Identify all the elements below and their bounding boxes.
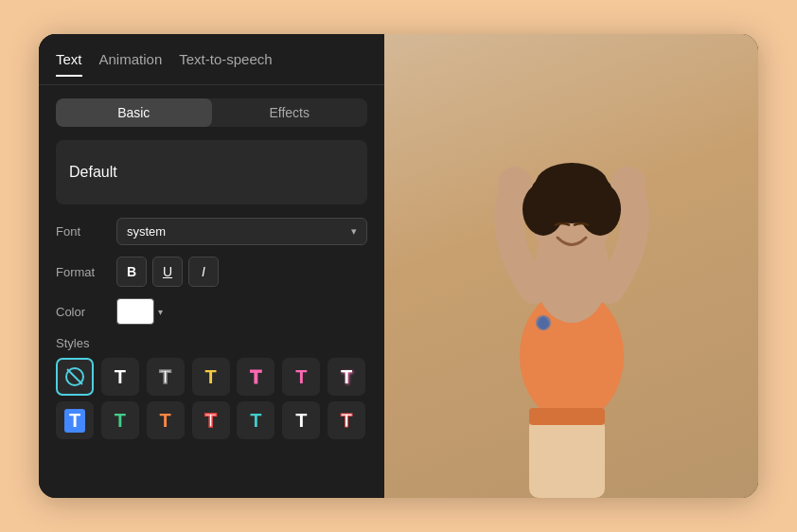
font-label: Font (56, 224, 105, 239)
svg-point-11 (536, 163, 608, 204)
style-default[interactable]: T (101, 358, 139, 396)
format-label: Format (56, 265, 105, 279)
bold-button[interactable]: B (116, 257, 147, 287)
tab-text[interactable]: Text (56, 51, 82, 77)
style-red[interactable]: T (192, 401, 230, 439)
sub-tab-effects[interactable]: Effects (212, 98, 368, 127)
chevron-down-icon: ▾ (351, 225, 357, 238)
font-select[interactable]: system ▾ (116, 218, 367, 245)
color-row: Color ▾ (56, 298, 367, 325)
svg-rect-12 (529, 417, 605, 498)
tabs-divider (39, 84, 384, 85)
style-pink-outline[interactable]: T (237, 358, 275, 396)
style-green[interactable]: T (101, 401, 139, 439)
svg-rect-13 (529, 408, 605, 425)
format-buttons: B U I (116, 257, 219, 287)
sub-tabs: Basic Effects (56, 98, 367, 127)
main-tabs: Text Animation Text-to-speech (39, 34, 384, 77)
form-section: Font system ▾ Format B U I Color (39, 204, 384, 325)
color-picker[interactable]: ▾ (116, 298, 163, 325)
style-dark[interactable]: T (328, 401, 365, 439)
format-row: Format B U I (56, 257, 367, 287)
font-select-value: system (127, 224, 166, 239)
app-container: Text Animation Text-to-speech Basic Effe… (39, 34, 758, 498)
styles-section: Styles T T T T (39, 325, 384, 439)
style-yellow[interactable]: T (192, 358, 230, 396)
photo-person (449, 62, 695, 498)
sub-tab-basic[interactable]: Basic (56, 98, 212, 127)
style-none[interactable] (56, 358, 94, 396)
style-pink[interactable]: T (282, 358, 320, 396)
tab-tts[interactable]: Text-to-speech (179, 51, 272, 77)
tab-animation[interactable]: Animation (99, 51, 163, 77)
style-white-shadow[interactable]: T (328, 358, 365, 396)
style-orange[interactable]: T (147, 401, 185, 439)
underline-button[interactable]: U (152, 257, 183, 287)
right-panel (384, 34, 758, 498)
color-arrow-icon: ▾ (158, 307, 163, 317)
color-swatch[interactable] (116, 298, 154, 325)
italic-button[interactable]: I (188, 257, 219, 287)
preview-text: Default (69, 164, 117, 181)
style-blue-bg[interactable]: T (56, 401, 94, 439)
svg-line-1 (67, 369, 82, 384)
font-row: Font system ▾ (56, 218, 367, 245)
left-panel: Text Animation Text-to-speech Basic Effe… (39, 34, 384, 498)
style-teal[interactable]: T (237, 401, 275, 439)
preview-box: Default (56, 140, 367, 204)
styles-grid: T T T T T T T (56, 358, 367, 439)
styles-label: Styles (56, 336, 367, 350)
style-outline[interactable]: T (147, 358, 185, 396)
color-label: Color (56, 305, 105, 319)
style-lime[interactable]: T (282, 401, 320, 439)
